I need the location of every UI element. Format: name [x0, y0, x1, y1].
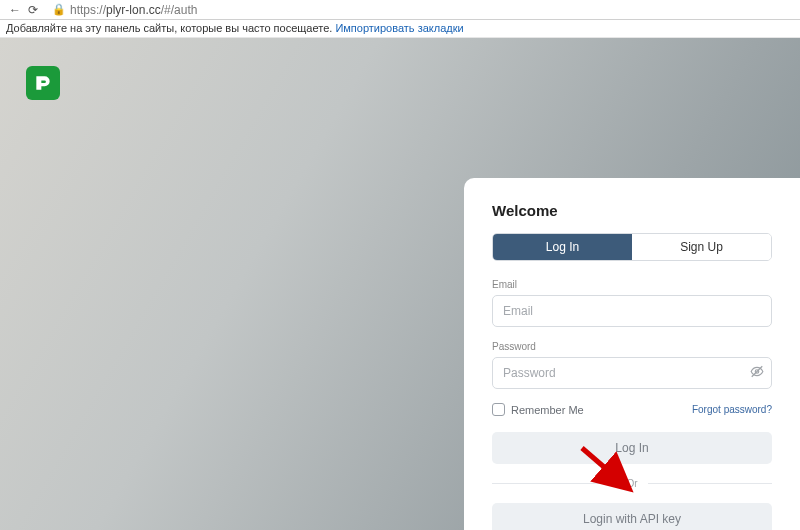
auth-card: Welcome Log In Sign Up Email Password — [464, 178, 800, 530]
back-icon[interactable]: ← — [6, 3, 24, 17]
divider-or: Or — [492, 478, 772, 489]
divider-line-right — [648, 483, 772, 484]
or-text: Or — [626, 478, 637, 489]
remember-label: Remember Me — [511, 404, 584, 416]
forgot-password-link[interactable]: Forgot password? — [692, 404, 772, 415]
page-background: Welcome Log In Sign Up Email Password — [0, 38, 800, 530]
browser-toolbar: ← ⟳ 🔒 https://plyr-lon.cc/#/auth — [0, 0, 800, 20]
app-logo[interactable] — [26, 66, 60, 100]
password-label: Password — [492, 341, 772, 352]
login-button[interactable]: Log In — [492, 432, 772, 464]
login-api-key-button[interactable]: Login with API key — [492, 503, 772, 530]
url-path: /#/auth — [161, 3, 198, 17]
url-scheme: https:// — [70, 3, 106, 17]
reload-icon[interactable]: ⟳ — [24, 3, 42, 17]
tab-login[interactable]: Log In — [493, 234, 632, 260]
remember-me[interactable]: Remember Me — [492, 403, 584, 416]
divider-line-left — [492, 483, 616, 484]
welcome-heading: Welcome — [492, 202, 772, 219]
toggle-password-icon[interactable] — [750, 365, 764, 382]
email-label: Email — [492, 279, 772, 290]
password-field[interactable] — [492, 357, 772, 389]
bookmark-hint: Добавляйте на эту панель сайты, которые … — [6, 22, 332, 34]
logo-icon — [33, 73, 53, 93]
lock-icon: 🔒 — [52, 3, 66, 16]
tab-signup[interactable]: Sign Up — [632, 234, 771, 260]
auth-tabs: Log In Sign Up — [492, 233, 772, 261]
import-bookmarks-link[interactable]: Импортировать закладки — [335, 22, 463, 34]
url-host: plyr-lon.cc — [106, 3, 161, 17]
address-bar[interactable]: https://plyr-lon.cc/#/auth — [70, 3, 197, 17]
remember-checkbox[interactable] — [492, 403, 505, 416]
email-field[interactable] — [492, 295, 772, 327]
bookmarks-bar: Добавляйте на эту панель сайты, которые … — [0, 20, 800, 38]
